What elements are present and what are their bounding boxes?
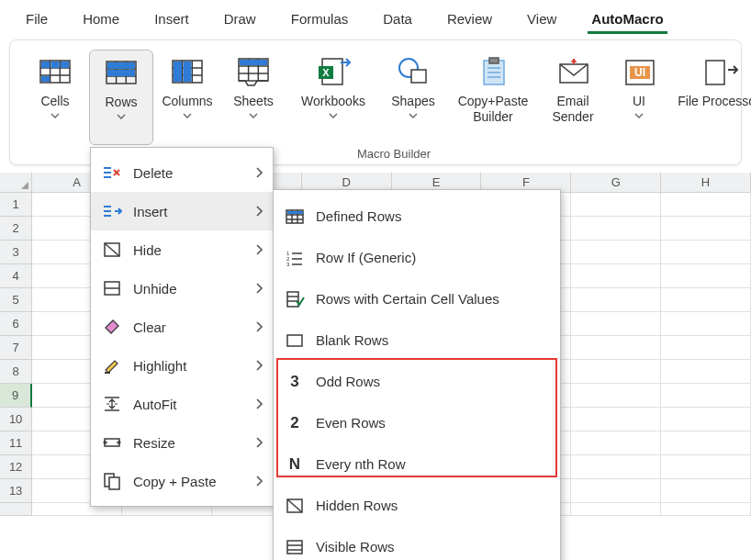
ribbon-tab-data[interactable]: Data [374,7,421,34]
dropdown-caret-icon [634,113,644,118]
row-header-2[interactable]: 2 [0,217,32,241]
submenu-item-hidden-rows[interactable]: Hidden Rows [274,485,560,526]
ribbon-item-columns[interactable]: Columns [155,50,219,145]
cell-H2[interactable] [661,217,751,241]
column-header-H[interactable]: H [661,173,751,193]
menu-item-hide[interactable]: Hide [91,230,273,269]
menu-item-label: Clear [133,319,244,335]
cell-H1[interactable] [661,193,751,217]
ribbon-item-workbooks[interactable]: XWorkbooks [287,50,379,145]
column-header-G[interactable]: G [571,173,661,193]
cell-G13[interactable] [571,479,661,503]
ribbon-item-cells[interactable]: Cells [23,50,87,145]
submenu-item-label: Blank Rows [316,332,551,348]
highlight-icon [102,355,122,375]
row-header-8[interactable]: 8 [0,360,32,384]
menu-item-unhide[interactable]: Unhide [91,269,273,308]
cell-G2[interactable] [571,217,661,241]
cell-H6[interactable] [661,312,751,336]
insert-row-icon [102,201,122,221]
ribbon-tab-insert[interactable]: Insert [145,7,198,34]
submenu-item-visible-rows[interactable]: Visible Rows [274,526,560,560]
cell-G10[interactable] [571,408,661,431]
cell-H10[interactable] [661,408,751,431]
row-header-5[interactable]: 5 [0,288,32,312]
menu-item-highlight[interactable]: Highlight [91,346,273,385]
ribbon-tab-review[interactable]: Review [438,7,501,34]
row-header-11[interactable]: 11 [0,431,32,455]
row-header-10[interactable]: 10 [0,408,32,431]
glyph-icon: 2 [285,414,305,432]
cell-G4[interactable] [571,264,661,288]
ribbon-item-file-processor[interactable]: File Processor [673,50,751,145]
cell-H3[interactable] [661,241,751,264]
submenu-item-blank-rows[interactable]: Blank Rows [274,319,560,361]
cell-G8[interactable] [571,360,661,384]
cell-H8[interactable] [661,360,751,384]
chevron-right-icon [255,283,263,294]
delete-row-icon [102,162,122,183]
cell-G6[interactable] [571,312,661,336]
clear-icon [102,317,122,337]
ribbon-tab-formulas[interactable]: Formulas [282,7,358,34]
svg-rect-44 [706,61,724,84]
select-all-triangle[interactable] [0,173,32,193]
ribbon-item-shapes[interactable]: Shapes [381,50,445,145]
cell-G12[interactable] [571,455,661,479]
menu-item-clear[interactable]: Clear [91,308,273,346]
cell-G1[interactable] [571,193,661,217]
submenu-item-label: Hidden Rows [316,498,551,513]
dropdown-caret-icon [117,114,126,119]
cell-G3[interactable] [571,241,661,264]
submenu-item-label: Even Rows [316,415,551,431]
menu-item-autofit[interactable]: AutoFit [91,385,273,423]
ribbon-item-sheets[interactable]: Sheets [221,50,286,145]
row-header-9[interactable]: 9 [0,384,32,408]
cell-G11[interactable] [571,431,661,455]
ribbon-tab-automacro[interactable]: AutoMacro [582,7,672,34]
row-header-12[interactable]: 12 [0,455,32,479]
cell-G7[interactable] [571,336,661,360]
submenu-item-label: Defined Rows [316,208,551,224]
ribbon-item-ui[interactable]: UIUI [607,50,671,145]
ribbon-tab-draw[interactable]: Draw [215,7,265,34]
submenu-item-rows-with-certain-cell-values[interactable]: Rows with Certain Cell Values [274,278,560,319]
ribbon-item-copy-paste-builder[interactable]: Copy+Paste Builder [447,50,539,145]
submenu-item-row-if-generic-[interactable]: 123Row If (Generic) [274,237,560,278]
ribbon-tab-view[interactable]: View [518,7,566,34]
ribbon-item-rows[interactable]: Rows [89,50,153,145]
menu-item-insert[interactable]: Insert [91,192,273,230]
cell-H9[interactable] [661,384,751,408]
svg-rect-33 [411,70,426,83]
ribbon-tab-file[interactable]: File [17,7,57,34]
cell-H11[interactable] [661,431,751,455]
cell[interactable] [661,503,751,516]
ribbon-item-email-sender[interactable]: Email Sender [541,50,605,145]
menu-item-copy-paste[interactable]: Copy + Paste [91,462,273,500]
submenu-item-defined-rows[interactable]: Defined Rows [274,196,560,237]
cell-H5[interactable] [661,288,751,312]
row-header-6[interactable]: 6 [0,312,32,336]
cell[interactable] [571,503,661,516]
cell-H13[interactable] [661,479,751,503]
row-header-partial[interactable] [0,503,32,516]
ribbon-tab-home[interactable]: Home [73,7,129,34]
menu-item-resize[interactable]: Resize [91,423,273,462]
submenu-item-even-rows[interactable]: 2Even Rows [274,402,560,443]
cell-H4[interactable] [661,264,751,288]
hide-icon [285,496,305,516]
submenu-item-label: Every nth Row [316,456,551,472]
menu-item-delete[interactable]: Delete [91,153,273,192]
cell-G9[interactable] [571,384,661,408]
row-header-3[interactable]: 3 [0,241,32,264]
submenu-item-odd-rows[interactable]: 3Odd Rows [274,361,560,402]
cell-H12[interactable] [661,455,751,479]
row-header-1[interactable]: 1 [0,193,32,217]
submenu-item-every-nth-row[interactable]: NEvery nth Row [274,443,560,485]
row-header-7[interactable]: 7 [0,336,32,360]
row-header-4[interactable]: 4 [0,264,32,288]
row-header-13[interactable]: 13 [0,479,32,503]
svg-rect-15 [107,70,135,76]
cell-H7[interactable] [661,336,751,360]
cell-G5[interactable] [571,288,661,312]
